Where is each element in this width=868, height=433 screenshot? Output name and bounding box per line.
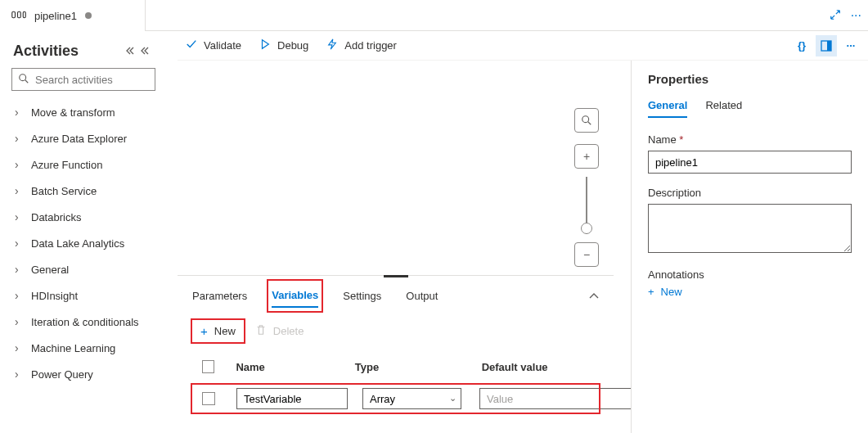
- properties-tab-general[interactable]: General: [648, 99, 687, 118]
- activity-group-databricks[interactable]: ›Databricks: [8, 204, 162, 230]
- trash-icon: [255, 324, 267, 338]
- activity-group-machine-learning[interactable]: ›Machine Learning: [8, 335, 162, 361]
- description-input[interactable]: [648, 204, 852, 253]
- trigger-icon: [326, 38, 338, 52]
- activity-group-batch-service[interactable]: ›Batch Service: [8, 178, 162, 204]
- variable-row: ⌄: [192, 385, 599, 413]
- search-input[interactable]: [11, 68, 155, 91]
- zoom-controls: + −: [574, 105, 599, 270]
- fit-to-screen-button[interactable]: [574, 108, 599, 133]
- activity-group-power-query[interactable]: ›Power Query: [8, 361, 162, 387]
- tab-variables[interactable]: Variables: [272, 284, 318, 308]
- svg-point-3: [20, 74, 26, 81]
- tab-output[interactable]: Output: [406, 285, 438, 307]
- activity-group-iteration-conditionals[interactable]: ›Iteration & conditionals: [8, 309, 162, 335]
- column-header-type: Type: [355, 361, 480, 373]
- pipeline-toolbar: Validate Debug Add trigger {} ···: [178, 31, 868, 61]
- variables-table-header: Name Type Default value: [192, 360, 599, 373]
- svg-rect-1: [18, 11, 21, 18]
- zoom-in-button[interactable]: +: [574, 144, 599, 169]
- add-trigger-button[interactable]: Add trigger: [326, 38, 397, 52]
- properties-panel: Properties General Related Name * Descri…: [631, 61, 868, 433]
- svg-point-7: [582, 116, 589, 123]
- name-label: Name *: [648, 133, 852, 146]
- svg-rect-0: [12, 11, 16, 18]
- play-icon: [259, 38, 271, 52]
- pipeline-name-input[interactable]: [648, 151, 852, 174]
- properties-toggle-button[interactable]: [816, 35, 837, 56]
- delete-variable-button: Delete: [255, 324, 304, 338]
- checkmark-icon: [186, 38, 197, 52]
- collapse-activities-icon[interactable]: [126, 46, 137, 57]
- validate-button[interactable]: Validate: [186, 38, 241, 52]
- svg-rect-6: [827, 41, 831, 51]
- description-label: Description: [648, 187, 852, 199]
- annotations-label: Annotations: [648, 268, 852, 281]
- tab-title: pipeline1: [34, 10, 77, 22]
- new-variable-button[interactable]: + New: [192, 320, 244, 342]
- tab-pipeline1[interactable]: pipeline1: [0, 0, 146, 31]
- select-all-checkbox[interactable]: [202, 360, 214, 373]
- config-panel: Parameters Variables Settings Output + N…: [178, 275, 614, 433]
- pipeline-canvas[interactable]: + −: [178, 61, 614, 275]
- column-header-name: Name: [236, 361, 353, 373]
- activity-group-azure-function[interactable]: ›Azure Function: [8, 151, 162, 178]
- column-header-default: Default value: [482, 361, 599, 373]
- svg-rect-2: [23, 11, 25, 18]
- search-icon: [18, 73, 29, 87]
- collapse-activities-alt-icon[interactable]: [141, 46, 152, 57]
- zoom-slider[interactable]: [586, 177, 587, 234]
- panel-drag-handle-icon[interactable]: [384, 275, 408, 277]
- tab-settings[interactable]: Settings: [343, 285, 381, 307]
- debug-button[interactable]: Debug: [259, 38, 308, 52]
- plus-icon: +: [200, 324, 208, 338]
- tab-more-icon[interactable]: ···: [851, 8, 861, 23]
- activity-group-data-lake-analytics[interactable]: ›Data Lake Analytics: [8, 230, 162, 256]
- toolbar-more-button[interactable]: ···: [840, 35, 861, 56]
- activity-group-hdinsight[interactable]: ›HDInsight: [8, 282, 162, 309]
- tab-strip: pipeline1 ···: [0, 0, 868, 31]
- activity-group-move-transform[interactable]: ›Move & transform: [8, 99, 162, 125]
- tab-parameters[interactable]: Parameters: [192, 285, 247, 307]
- activity-group-azure-data-explorer[interactable]: ›Azure Data Explorer: [8, 125, 162, 151]
- zoom-out-button[interactable]: −: [574, 242, 599, 267]
- properties-heading: Properties: [648, 72, 852, 86]
- svg-line-4: [25, 80, 29, 83]
- unsaved-dot-icon: [85, 12, 92, 19]
- new-annotation-button[interactable]: + New: [648, 286, 852, 298]
- activities-panel: Activities ›Move & transform ›Azure Data…: [0, 31, 162, 433]
- expand-icon[interactable]: [830, 9, 841, 23]
- collapse-config-icon[interactable]: [589, 290, 599, 302]
- activities-heading: Activities: [13, 43, 79, 60]
- zoom-thumb[interactable]: [581, 223, 592, 234]
- config-tabs: Parameters Variables Settings Output: [192, 282, 599, 309]
- code-view-button[interactable]: {}: [791, 35, 812, 56]
- pipeline-icon: [11, 9, 26, 23]
- variable-name-input[interactable]: [236, 388, 348, 409]
- variable-default-input[interactable]: [479, 388, 632, 409]
- row-checkbox[interactable]: [202, 392, 215, 405]
- svg-line-8: [588, 122, 591, 125]
- plus-icon: +: [648, 286, 654, 298]
- variable-type-select[interactable]: [362, 388, 461, 409]
- properties-tab-related[interactable]: Related: [705, 99, 742, 118]
- search-activities: [11, 68, 155, 91]
- activity-group-general[interactable]: ›General: [8, 256, 162, 282]
